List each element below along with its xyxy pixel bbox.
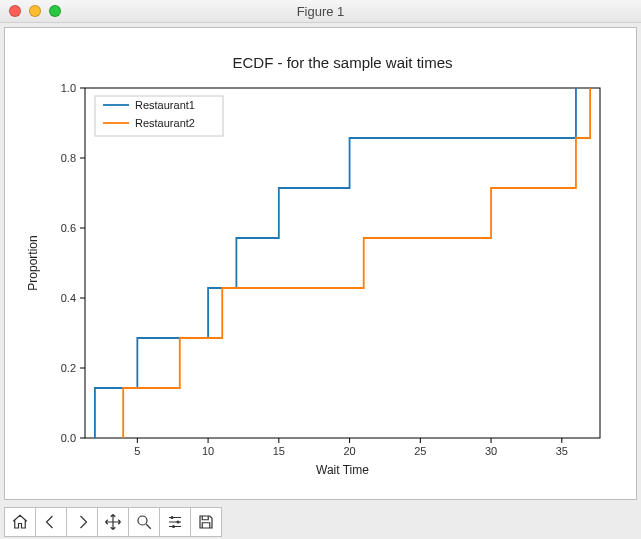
svg-text:15: 15	[273, 445, 285, 457]
svg-point-38	[172, 525, 175, 528]
svg-text:10: 10	[202, 445, 214, 457]
home-icon	[11, 513, 29, 531]
window-controls	[9, 5, 61, 17]
back-button[interactable]	[35, 507, 67, 537]
svg-text:35: 35	[556, 445, 568, 457]
arrow-right-icon	[73, 513, 91, 531]
save-icon	[197, 513, 215, 531]
svg-text:25: 25	[414, 445, 426, 457]
window-title: Figure 1	[297, 4, 345, 19]
svg-text:0.0: 0.0	[61, 432, 76, 444]
maximize-icon[interactable]	[49, 5, 61, 17]
svg-text:ECDF - for the sample wait tim: ECDF - for the sample wait times	[232, 54, 452, 71]
pan-button[interactable]	[97, 507, 129, 537]
svg-text:0.8: 0.8	[61, 152, 76, 164]
toolbar	[0, 504, 641, 539]
zoom-button[interactable]	[128, 507, 160, 537]
arrow-left-icon	[42, 513, 60, 531]
svg-text:Wait Time: Wait Time	[316, 463, 369, 477]
minimize-icon[interactable]	[29, 5, 41, 17]
forward-button[interactable]	[66, 507, 98, 537]
home-button[interactable]	[4, 507, 36, 537]
svg-rect-0	[85, 88, 600, 438]
svg-text:30: 30	[485, 445, 497, 457]
svg-text:1.0: 1.0	[61, 82, 76, 94]
svg-text:0.2: 0.2	[61, 362, 76, 374]
svg-point-35	[138, 516, 147, 525]
close-icon[interactable]	[9, 5, 21, 17]
svg-text:5: 5	[134, 445, 140, 457]
zoom-icon	[135, 513, 153, 531]
move-icon	[104, 513, 122, 531]
chart-svg: 51015202530350.00.20.40.60.81.0ECDF - fo…	[5, 28, 636, 499]
figure-canvas[interactable]: 51015202530350.00.20.40.60.81.0ECDF - fo…	[4, 27, 637, 500]
svg-text:Proportion: Proportion	[26, 235, 40, 290]
svg-text:Restaurant1: Restaurant1	[135, 99, 195, 111]
svg-point-37	[177, 520, 180, 523]
svg-point-36	[171, 516, 174, 519]
save-button[interactable]	[190, 507, 222, 537]
svg-text:0.6: 0.6	[61, 222, 76, 234]
sliders-icon	[166, 513, 184, 531]
configure-button[interactable]	[159, 507, 191, 537]
svg-text:20: 20	[343, 445, 355, 457]
app-window: Figure 1 51015202530350.00.20.40.60.81.0…	[0, 0, 641, 539]
svg-text:0.4: 0.4	[61, 292, 76, 304]
titlebar: Figure 1	[0, 0, 641, 23]
svg-text:Restaurant2: Restaurant2	[135, 117, 195, 129]
